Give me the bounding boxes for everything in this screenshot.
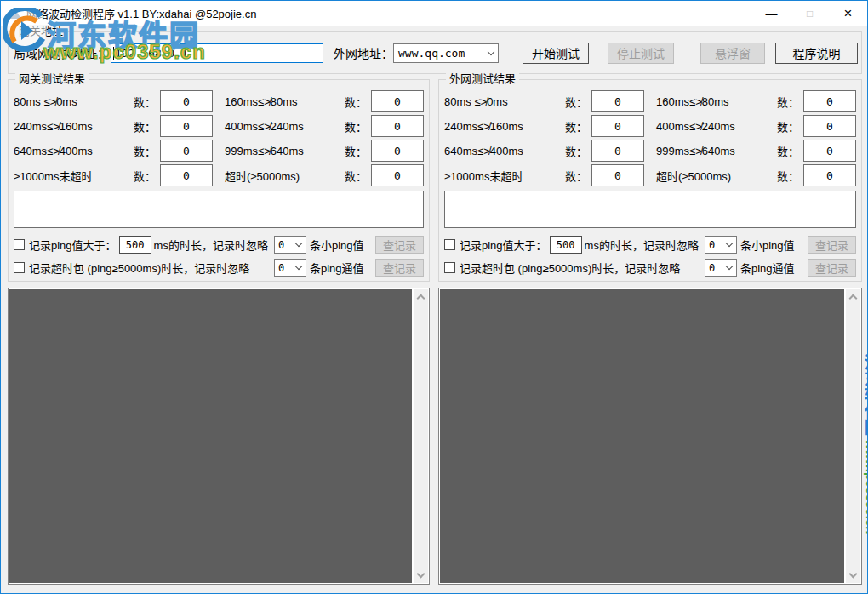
ignore-count-combobox[interactable]: 0: [274, 236, 306, 254]
count-value: 0: [371, 115, 424, 137]
record-ping-checkbox[interactable]: [14, 239, 25, 250]
ping-threshold-input[interactable]: 500: [119, 236, 151, 254]
range-label: 400ms≤≯240ms: [656, 120, 777, 133]
ignore-count-value: 0: [705, 239, 722, 251]
record-timeout-row: 记录超时包 (ping≥5000ms)时长，记录时忽略 0 条ping通值 查记…: [444, 259, 856, 277]
count-label: 数：: [565, 94, 587, 110]
result-row: ≥1000ms未超时数：0: [14, 164, 213, 186]
count-value: 0: [803, 140, 856, 162]
graph-area: [440, 289, 844, 583]
result-row: 400ms≤≯240ms数：0: [656, 115, 856, 137]
count-value: 0: [371, 140, 424, 162]
result-rows: 80ms ≤≯0ms数：0 160ms≤≯80ms数：0 240ms≤≯160m…: [439, 80, 861, 186]
lan-gateway-input[interactable]: 192.168.0.1: [111, 43, 323, 63]
count-value: 0: [591, 140, 644, 162]
range-label: 640ms≤≯400ms: [444, 145, 565, 157]
range-label: 999ms≤≯640ms: [225, 145, 345, 157]
record-ping-label: 记录ping值大于：: [29, 237, 117, 253]
range-label: 80ms ≤≯0ms: [444, 95, 565, 108]
record-ping-label-post: 条小ping值: [740, 237, 795, 253]
record-timeout-label-post: 条ping通值: [740, 260, 795, 276]
text-caret: [113, 47, 114, 60]
view-records-button: 查记录: [808, 236, 856, 254]
record-ping-label-post: 条小ping值: [310, 237, 364, 253]
count-value: 0: [160, 90, 213, 112]
chevron-down-icon: [291, 243, 306, 246]
scroll-down-icon[interactable]: [849, 570, 858, 579]
result-row: 160ms≤≯80ms数：0: [225, 90, 424, 112]
site-watermark-side: 河东软件园 www.pc0359.cn: [861, 354, 868, 550]
record-ping-checkbox[interactable]: [444, 239, 455, 250]
maximize-button: □: [791, 1, 829, 26]
count-label: 数：: [345, 143, 367, 159]
count-label: 数：: [777, 94, 799, 110]
result-row: 240ms≤≯160ms数：0: [14, 115, 213, 137]
help-button[interactable]: 程序说明: [775, 43, 858, 64]
close-button[interactable]: ×: [829, 1, 867, 26]
count-label: 数：: [134, 168, 156, 184]
start-test-button[interactable]: 开始测试: [523, 43, 589, 64]
ignore-count-combobox[interactable]: 0: [705, 259, 737, 277]
count-label: 数：: [777, 168, 799, 184]
count-value: 0: [371, 90, 424, 112]
result-row: 80ms ≤≯0ms数：0: [444, 90, 644, 112]
ignore-count-combobox[interactable]: 0: [705, 236, 737, 254]
wan-address-value: www.qq.com: [394, 47, 483, 60]
minimize-button[interactable]: —: [752, 1, 791, 26]
log-textbox[interactable]: [14, 191, 424, 228]
record-ping-label: 记录ping值大于：: [460, 237, 547, 253]
title-bar[interactable]: 网络波动检测程序 v1.1 BY:xdahai @52pojie.cn: [1, 1, 867, 26]
gateway-graph-panel: [8, 288, 430, 585]
count-value: 0: [803, 90, 856, 112]
record-ping-row: 记录ping值大于： 500 ms的时长，记录时忽略 0 条小ping值 查记录: [444, 236, 856, 254]
record-timeout-label: 记录超时包 (ping≥5000ms)时长，记录时忽略: [29, 260, 249, 276]
ping-threshold-input[interactable]: 500: [550, 236, 582, 254]
result-row: 640ms≤≯400ms数：0: [444, 140, 644, 162]
result-row: 240ms≤≯160ms数：0: [444, 115, 644, 137]
group-title: 网关测试结果: [15, 72, 89, 86]
gateway-results-group: 网关测试结果 80ms ≤≯0ms数：0 160ms≤≯80ms数：0 240m…: [8, 79, 430, 282]
log-textbox[interactable]: [444, 191, 856, 228]
range-label: 240ms≤≯160ms: [14, 120, 134, 133]
record-timeout-checkbox[interactable]: [444, 262, 455, 273]
range-label: 640ms≤≯400ms: [14, 145, 134, 157]
wan-address-combobox[interactable]: www.qq.com: [393, 43, 499, 63]
wan-address-label: 外网地址：: [334, 44, 393, 61]
range-label: 80ms ≤≯0ms: [14, 95, 134, 108]
count-value: 0: [803, 115, 856, 137]
scroll-down-icon[interactable]: [417, 570, 425, 579]
range-label: ≥1000ms未超时: [444, 168, 565, 184]
range-label: 超时(≥5000ms): [656, 168, 777, 184]
result-row: 999ms≤≯640ms数：0: [225, 140, 424, 162]
vertical-scrollbar[interactable]: [846, 289, 860, 583]
record-ping-row: 记录ping值大于： 500 ms的时长，记录时忽略 0 条小ping值 查记录: [14, 236, 424, 254]
chevron-down-icon: [483, 52, 498, 54]
count-label: 数：: [565, 168, 587, 184]
ignore-count-value: 0: [275, 239, 291, 251]
chevron-down-icon: [291, 266, 306, 269]
scroll-up-icon[interactable]: [849, 294, 858, 303]
view-records-button: 查记录: [375, 259, 424, 277]
gateway-address-group: 网关地址 局域网网关地址： 192.168.0.1 外网地址： www.qq.c…: [8, 31, 862, 74]
minimize-icon: —: [766, 7, 778, 20]
watermark-site-name: 河东软件园: [862, 354, 868, 435]
range-label: 超时(≥5000ms): [225, 168, 345, 184]
range-label: 240ms≤≯160ms: [444, 120, 565, 133]
ignore-count-combobox[interactable]: 0: [274, 259, 306, 277]
scroll-up-icon[interactable]: [417, 294, 425, 303]
result-row: 999ms≤≯640ms数：0: [656, 140, 856, 162]
window-title: 网络波动检测程序 v1.1 BY:xdahai @52pojie.cn: [26, 5, 256, 21]
count-label: 数：: [345, 168, 367, 184]
view-records-button: 查记录: [808, 259, 856, 277]
result-row: 超时(≥5000ms)数：0: [656, 164, 856, 186]
graph-area: [9, 289, 412, 583]
record-timeout-row: 记录超时包 (ping≥5000ms)时长，记录时忽略 0 条ping通值 查记…: [14, 259, 424, 277]
record-timeout-checkbox[interactable]: [14, 262, 25, 273]
app-icon: [8, 9, 21, 19]
ignore-count-value: 0: [275, 262, 291, 274]
count-label: 数：: [134, 94, 156, 110]
vertical-scrollbar[interactable]: [414, 289, 428, 583]
record-ping-label-mid: ms的时长，记录时忽略: [585, 237, 699, 253]
range-label: 999ms≤≯640ms: [656, 145, 777, 157]
group-title: 外网测试结果: [446, 72, 519, 86]
